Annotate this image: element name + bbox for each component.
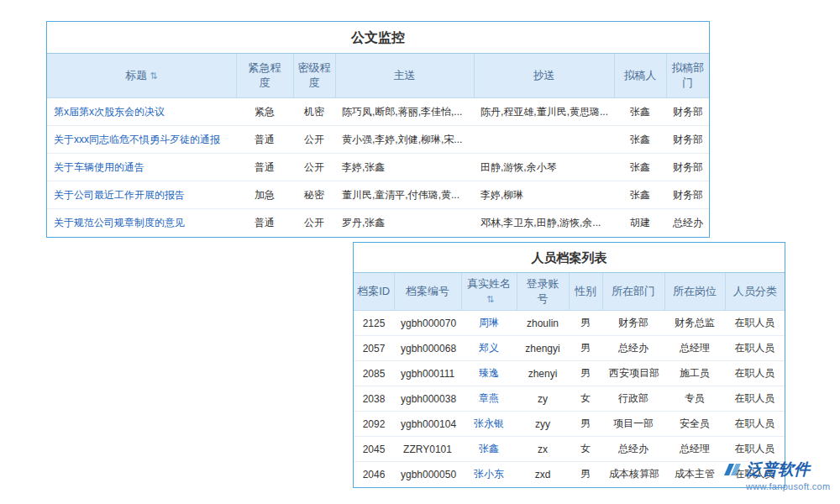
cell-cc [474, 126, 614, 154]
cell-drafter: 张鑫 [614, 154, 666, 181]
cell-dept: 财务部 [666, 126, 709, 154]
cell-post: 安全员 [664, 412, 725, 437]
doc-col-secrecy-label: 密级程度 [297, 60, 332, 90]
personnel-list-card: 人员档案列表 档案ID 档案编号 真实姓名⇅ 登录账号 性别 所在部门 所在岗位… [353, 242, 785, 488]
cell-gender: 女 [569, 437, 602, 462]
cell-drafter: 胡建 [614, 209, 666, 237]
table-row[interactable]: 2125 ygbh000070 周琳 zhoulin 男 财务部 财务总监 在职… [354, 311, 785, 336]
person-name-link[interactable]: 章燕 [461, 386, 517, 412]
doc-title-link[interactable]: 关于车辆使用的通告 [47, 154, 236, 181]
cell-cc: 陈丹,程亚雄,董川民,黄思璐... [474, 98, 614, 126]
doc-title-link[interactable]: 关于xxx同志临危不惧勇斗歹徒的通报 [47, 126, 236, 154]
cell-cc: 邓林,李卫东,田静,游恢,余... [474, 209, 614, 237]
cell-code: ygbh000038 [394, 386, 461, 412]
cell-post: 总经理 [664, 437, 725, 462]
col-category-label: 人员分类 [733, 285, 777, 297]
cell-dept: 项目一部 [602, 412, 664, 437]
cell-dept: 财务部 [666, 154, 709, 181]
personnel-table-title: 人员档案列表 [354, 243, 785, 273]
person-name-link[interactable]: 周琳 [461, 311, 517, 336]
doc-col-title-label: 标题 [125, 69, 147, 81]
cell-category: 在职人员 [725, 412, 785, 437]
table-row[interactable]: 第x届第x次股东会的决议 紧急 机密 陈巧凤,断郎,蒋丽,李佳怡,... 陈丹,… [47, 98, 709, 126]
cell-code: ygbh000104 [394, 412, 461, 437]
doc-col-title[interactable]: 标题⇅ [47, 54, 236, 98]
doc-col-secrecy: 密级程度 [293, 54, 335, 98]
cell-code: ygbh000050 [394, 462, 461, 487]
cell-gender: 男 [569, 412, 602, 437]
fanpu-logo-icon [722, 461, 743, 478]
table-row[interactable]: 关于规范公司规章制度的意见 普通 公开 罗丹,张鑫 邓林,李卫东,田静,游恢,余… [47, 209, 709, 237]
doc-col-urgency-label: 紧急程度 [248, 60, 282, 90]
cell-to: 董川民,童清平,付伟璐,黄... [335, 181, 474, 209]
person-name-link[interactable]: 郑义 [461, 336, 517, 361]
cell-category: 在职人员 [725, 386, 785, 412]
doc-title-link[interactable]: 关于公司最近工作开展的报告 [47, 181, 236, 209]
cell-id: 2046 [354, 462, 394, 487]
person-name-link[interactable]: 张鑫 [461, 437, 517, 462]
cell-secrecy: 机密 [293, 98, 335, 126]
table-row[interactable]: 2045 ZZRY0101 张鑫 zx 女 总经办 总经理 在职人员 [354, 437, 785, 462]
cell-dept: 总经办 [602, 336, 664, 361]
cell-dept: 财务部 [602, 311, 664, 336]
doc-col-drafter-label: 拟稿人 [624, 69, 657, 81]
cell-id: 2038 [354, 386, 394, 412]
table-row[interactable]: 关于公司最近工作开展的报告 加急 秘密 董川民,童清平,付伟璐,黄... 李婷,… [47, 181, 709, 209]
cell-cc: 田静,游恢,余小琴 [474, 154, 614, 181]
table-row[interactable]: 2092 ygbh000104 张永银 zyy 男 项目一部 安全员 在职人员 [354, 412, 785, 437]
cell-code: ygbh000070 [394, 311, 461, 336]
cell-code: ygbh000068 [394, 336, 461, 361]
table-row[interactable]: 2057 ygbh000068 郑义 zhengyi 男 总经办 总经理 在职人… [354, 336, 785, 361]
cell-post: 专员 [664, 386, 725, 412]
sort-icon[interactable]: ⇅ [486, 294, 494, 304]
cell-gender: 女 [569, 386, 602, 412]
table-row[interactable]: 关于车辆使用的通告 普通 公开 李婷,张鑫 田静,游恢,余小琴 张鑫 财务部 [47, 154, 709, 181]
cell-to: 罗丹,张鑫 [335, 209, 474, 237]
cell-drafter: 张鑫 [614, 98, 666, 126]
sort-icon[interactable]: ⇅ [150, 71, 157, 81]
doc-col-urgency: 紧急程度 [236, 54, 293, 98]
table-row[interactable]: 2046 ygbh000050 张小东 zxd 男 成本核算部 成本主管 在职人… [354, 462, 785, 487]
cell-category: 在职人员 [725, 311, 785, 336]
cell-dept: 总经办 [602, 437, 664, 462]
doc-col-cc-label: 抄送 [533, 69, 555, 81]
col-post-label: 所在岗位 [673, 285, 717, 297]
cell-account: zyy [517, 412, 569, 437]
col-file-code-label: 档案编号 [406, 285, 449, 297]
table-row[interactable]: 关于xxx同志临危不惧勇斗歹徒的通报 普通 公开 黄小强,李婷,刘健,柳琳,宋.… [47, 126, 709, 154]
cell-gender: 男 [569, 462, 602, 487]
cell-gender: 男 [569, 311, 602, 336]
doc-col-dept: 拟稿部门 [666, 54, 709, 98]
cell-cc: 李婷,柳琳 [474, 181, 614, 209]
cell-gender: 男 [569, 336, 602, 361]
doc-col-cc: 抄送 [474, 54, 614, 98]
doc-table: 标题⇅ 紧急程度 密级程度 主送 抄送 拟稿人 拟稿部门 第x届第x次股东会的决… [47, 54, 709, 237]
fanpu-url: www.fanpusoft.com [722, 481, 840, 491]
cell-post: 成本主管 [664, 462, 725, 487]
cell-dept: 西安项目部 [602, 361, 664, 386]
cell-secrecy: 公开 [293, 154, 335, 181]
cell-dept: 财务部 [666, 181, 709, 209]
doc-col-to-label: 主送 [394, 69, 416, 81]
personnel-header-row: 档案ID 档案编号 真实姓名⇅ 登录账号 性别 所在部门 所在岗位 人员分类 [354, 273, 785, 311]
doc-title-link[interactable]: 关于规范公司规章制度的意见 [47, 209, 236, 237]
cell-account: zhenyi [517, 361, 569, 386]
col-real-name[interactable]: 真实姓名⇅ [461, 273, 517, 311]
person-name-link[interactable]: 张永银 [461, 412, 517, 437]
table-row[interactable]: 2085 ygbh000111 臻逸 zhenyi 男 西安项目部 施工员 在职… [354, 361, 785, 386]
cell-secrecy: 公开 [293, 126, 335, 154]
cell-post: 施工员 [664, 361, 725, 386]
doc-header-row: 标题⇅ 紧急程度 密级程度 主送 抄送 拟稿人 拟稿部门 [47, 54, 709, 98]
doc-col-drafter: 拟稿人 [614, 54, 666, 98]
table-row[interactable]: 2038 ygbh000038 章燕 zy 女 行政部 专员 在职人员 [354, 386, 785, 412]
cell-urgency: 加急 [236, 181, 293, 209]
col-category: 人员分类 [725, 273, 785, 311]
cell-account: zxd [517, 462, 569, 487]
doc-title-link[interactable]: 第x届第x次股东会的决议 [47, 98, 236, 126]
col-real-name-label: 真实姓名 [467, 277, 511, 290]
person-name-link[interactable]: 臻逸 [461, 361, 517, 386]
cell-category: 在职人员 [725, 336, 785, 361]
person-name-link[interactable]: 张小东 [461, 462, 517, 487]
cell-secrecy: 秘密 [293, 181, 335, 209]
cell-post: 总经理 [664, 336, 725, 361]
